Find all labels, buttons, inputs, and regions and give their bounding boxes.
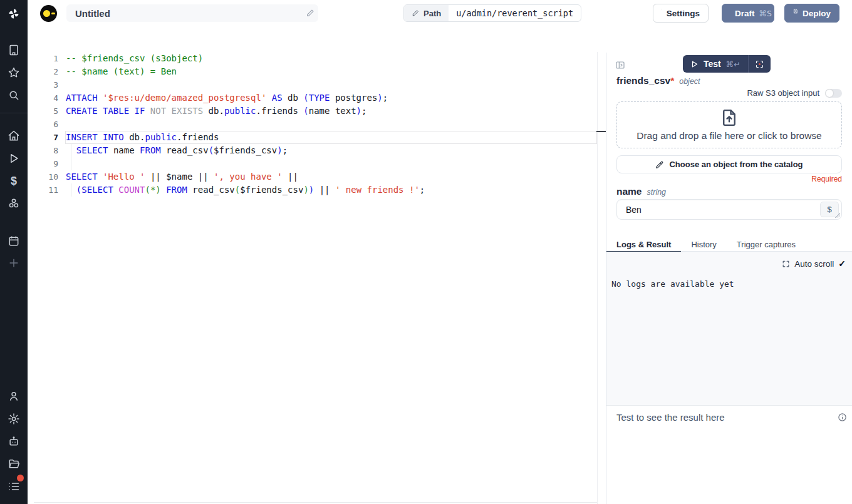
code-line-2[interactable]: 2-- $name (text) = Ben: [28, 65, 606, 78]
resize-grip[interactable]: [835, 213, 840, 218]
code-text: INSERT INTO db.public.friends: [66, 131, 219, 144]
auto-scroll-control[interactable]: Auto scroll ✓: [782, 259, 846, 269]
code-text: ATTACH '$res:u/demo/amazed_postgresql' A…: [66, 91, 388, 105]
code-line-3[interactable]: 3: [28, 78, 606, 91]
deploy-label: Deploy: [803, 9, 831, 18]
test-shortcut: ⌘↵: [726, 59, 740, 69]
home-icon[interactable]: [8, 130, 20, 142]
code-text: -- $friends_csv (s3object): [66, 52, 203, 65]
catalog-button-label: Choose an object from the catalog: [669, 160, 803, 169]
code-line-11[interactable]: 11 (SELECT COUNT(*) FROM read_csv($frien…: [28, 183, 606, 197]
code-text: SELECT 'Hello ' || $name || ', you have …: [66, 170, 298, 183]
name-text-input[interactable]: Ben $: [616, 199, 842, 220]
line-number: 11: [28, 183, 58, 197]
arg-type: string: [647, 188, 667, 197]
raw-s3-label: Raw S3 object input: [747, 88, 819, 98]
result-placeholder-text: Test to see the result here: [616, 412, 838, 423]
file-dropzone[interactable]: Drag and drop a file here or click to br…: [616, 101, 842, 148]
schedules-calendar-icon[interactable]: [8, 235, 20, 247]
play-icon: [690, 60, 699, 68]
left-sidebar: $: [0, 0, 28, 504]
tab-trigger-captures[interactable]: Trigger captures: [727, 237, 806, 252]
line-number: 3: [28, 78, 58, 91]
code-line-9[interactable]: 9: [28, 157, 606, 170]
choose-object-catalog-button[interactable]: Choose an object from the catalog: [616, 155, 842, 173]
path-label: Path: [423, 9, 441, 18]
result-placeholder-row: Test to see the result here: [616, 412, 847, 423]
user-icon[interactable]: [8, 390, 20, 403]
name-input-value: Ben: [626, 205, 820, 215]
line-number: 1: [28, 52, 58, 65]
eyedropper-icon: [655, 160, 664, 169]
draft-shortcut: ⌘S: [759, 9, 772, 18]
line-number: 9: [28, 157, 58, 170]
file-upload-icon: [720, 108, 739, 127]
deploy-button[interactable]: Deploy: [784, 4, 839, 23]
raw-s3-toggle-row: Raw S3 object input: [747, 88, 842, 98]
draft-button[interactable]: Draft ⌘S: [722, 4, 774, 23]
code-text: SELECT name FROM read_csv($friends_csv);: [66, 144, 288, 157]
path-chip[interactable]: Path: [404, 5, 449, 21]
add-plus-icon[interactable]: [8, 257, 20, 269]
code-line-4[interactable]: 4ATTACH '$res:u/demo/amazed_postgresql' …: [28, 91, 606, 105]
settings-gear-icon[interactable]: [8, 413, 20, 425]
script-title-input[interactable]: Untitled: [66, 4, 318, 22]
arg-name: name: [616, 186, 642, 197]
line-number: 6: [28, 118, 58, 131]
tab-history[interactable]: History: [681, 237, 726, 252]
runs-play-icon[interactable]: [8, 152, 20, 165]
editor-overview-ruler: [597, 52, 598, 504]
edit-title-pencil-icon[interactable]: [306, 9, 314, 18]
info-icon[interactable]: [838, 413, 847, 422]
resources-icon[interactable]: [8, 197, 20, 210]
test-button-group: Test ⌘↵: [683, 55, 771, 73]
code-line-7[interactable]: 7INSERT INTO db.public.friends: [28, 131, 606, 144]
capture-test-icon[interactable]: [749, 59, 771, 69]
code-line-6[interactable]: 6: [28, 118, 606, 131]
argument-name: name string: [616, 186, 666, 197]
logs-empty-message: No logs are available yet: [611, 279, 734, 289]
sidebar-divider: [0, 113, 28, 113]
settings-gear-icon: [662, 9, 662, 18]
duckdb-language-icon: [40, 5, 57, 22]
ai-bot-icon[interactable]: [8, 435, 20, 448]
expand-icon: [782, 260, 790, 268]
test-label: Test: [704, 59, 721, 69]
line-number: 2: [28, 65, 58, 78]
raw-s3-toggle[interactable]: [825, 89, 842, 98]
save-icon: [793, 9, 798, 18]
code-text: CREATE TABLE IF NOT EXISTS db.public.fri…: [66, 105, 366, 118]
code-line-8[interactable]: 8 SELECT name FROM read_csv($friends_csv…: [28, 144, 606, 157]
variables-dollar-icon[interactable]: $: [8, 175, 20, 187]
code-line-10[interactable]: 10SELECT 'Hello ' || $name || ', you hav…: [28, 170, 606, 183]
auto-scroll-label: Auto scroll: [794, 259, 834, 269]
collapse-panel-icon[interactable]: [615, 60, 625, 70]
notification-dot: [17, 475, 24, 481]
argument-friends-csv: friends_csv* object: [616, 75, 700, 86]
logs-panel: Auto scroll ✓ No logs are available yet: [606, 252, 852, 406]
test-button[interactable]: Test ⌘↵: [683, 59, 748, 69]
path-value: u/admin/reverent_script: [449, 5, 581, 21]
settings-button[interactable]: Settings: [653, 4, 709, 23]
path-editor[interactable]: Path u/admin/reverent_script: [403, 4, 581, 22]
result-tabs: Logs & Result History Trigger captures: [606, 237, 852, 252]
top-bar: Untitled Path u/admin/reverent_script Se…: [28, 0, 852, 26]
workspace-icon[interactable]: [8, 44, 20, 56]
horizontal-scrollbar[interactable]: [34, 502, 597, 503]
line-number: 8: [28, 144, 58, 157]
cursor-position-mark: [596, 131, 606, 132]
tab-logs-result[interactable]: Logs & Result: [606, 237, 681, 252]
code-editor[interactable]: 1-- $friends_csv (s3object)2-- $name (te…: [28, 52, 606, 504]
code-line-1[interactable]: 1-- $friends_csv (s3object): [28, 52, 606, 65]
windmill-logo-icon[interactable]: [8, 8, 20, 20]
line-number: 5: [28, 105, 58, 118]
script-title: Untitled: [75, 8, 110, 19]
audit-logs-list-icon[interactable]: [8, 480, 20, 493]
settings-label: Settings: [667, 9, 700, 18]
folders-icon[interactable]: [8, 458, 20, 470]
dropzone-text: Drag and drop a file here or click to br…: [636, 130, 822, 141]
favorites-star-icon[interactable]: [8, 66, 20, 79]
code-line-5[interactable]: 5CREATE TABLE IF NOT EXISTS db.public.fr…: [28, 105, 606, 118]
search-icon[interactable]: [8, 89, 20, 101]
required-label: Required: [811, 175, 842, 183]
